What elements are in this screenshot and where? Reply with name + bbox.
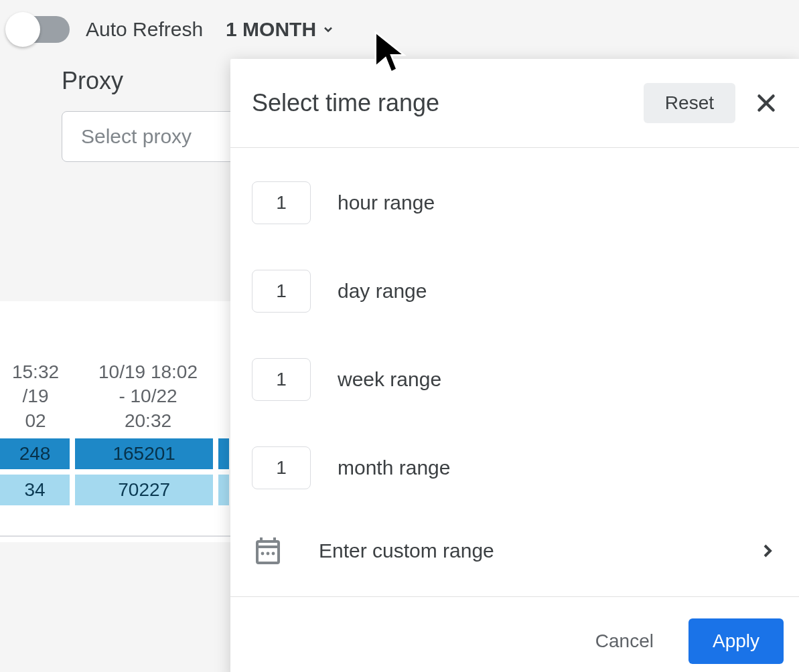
data-cell: 248	[0, 438, 70, 469]
toolbar: Auto Refresh 1 MONTH	[0, 0, 799, 51]
day-range-label: day range	[338, 280, 427, 303]
section-divider	[0, 535, 231, 537]
range-row-hour[interactable]: hour range	[252, 159, 778, 247]
week-range-input[interactable]	[252, 358, 311, 401]
svg-point-4	[272, 552, 275, 556]
date-text: /19	[0, 384, 71, 408]
popover-footer: Cancel Apply	[230, 596, 799, 672]
popover-header: Select time range Reset	[230, 59, 799, 148]
range-row-week[interactable]: week range	[252, 335, 778, 424]
date-text: 20:32	[76, 409, 220, 433]
data-cell-stub	[218, 475, 229, 505]
auto-refresh-toggle[interactable]	[8, 16, 70, 43]
reset-button[interactable]: Reset	[644, 83, 735, 123]
calendar-icon	[252, 535, 284, 567]
popover-header-actions: Reset	[644, 83, 778, 123]
popover-title: Select time range	[252, 89, 439, 117]
apply-button[interactable]: Apply	[688, 618, 784, 664]
date-text: 15:32	[0, 360, 71, 384]
hour-range-input[interactable]	[252, 181, 311, 224]
date-col-1: 15:32 /19 02	[0, 360, 71, 433]
data-cell: 34	[0, 475, 70, 505]
data-row-2: 34 70227	[0, 475, 234, 505]
time-range-current: 1 MONTH	[226, 18, 316, 41]
svg-point-3	[267, 552, 270, 556]
data-area: 15:32 /19 02 10/19 18:02 - 10/22 20:32 2…	[0, 360, 234, 505]
chevron-down-icon	[321, 23, 335, 36]
date-header-row: 15:32 /19 02 10/19 18:02 - 10/22 20:32	[0, 360, 234, 433]
range-row-day[interactable]: day range	[252, 247, 778, 335]
hour-range-label: hour range	[338, 191, 435, 214]
auto-refresh-label: Auto Refresh	[86, 18, 203, 41]
close-icon[interactable]	[754, 91, 778, 115]
date-text: 02	[0, 409, 71, 433]
data-row-1: 248 165201	[0, 438, 234, 469]
week-range-label: week range	[338, 368, 441, 391]
day-range-input[interactable]	[252, 270, 311, 313]
custom-range-row[interactable]: Enter custom range	[230, 512, 799, 596]
data-cell-stub	[218, 438, 229, 469]
proxy-select-placeholder: Select proxy	[81, 125, 192, 147]
custom-range-left: Enter custom range	[252, 535, 494, 567]
range-row-month[interactable]: month range	[252, 424, 778, 512]
date-col-2: 10/19 18:02 - 10/22 20:32	[76, 360, 220, 433]
cancel-button[interactable]: Cancel	[590, 622, 659, 660]
month-range-input[interactable]	[252, 446, 311, 489]
svg-point-2	[261, 552, 265, 556]
data-cell: 165201	[75, 438, 213, 469]
month-range-label: month range	[338, 456, 450, 479]
toggle-knob	[5, 12, 40, 47]
auto-refresh-control: Auto Refresh	[8, 16, 203, 43]
proxy-select[interactable]: Select proxy	[62, 111, 236, 162]
data-cell: 70227	[75, 475, 213, 505]
date-text: - 10/22	[76, 384, 220, 408]
time-range-popover: Select time range Reset hour range day r…	[230, 59, 799, 672]
date-text: 10/19 18:02	[76, 360, 220, 384]
time-range-dropdown[interactable]: 1 MONTH	[226, 18, 335, 41]
chevron-right-icon	[757, 540, 778, 562]
custom-range-label: Enter custom range	[319, 539, 494, 562]
range-list: hour range day range week range month ra…	[230, 148, 799, 512]
